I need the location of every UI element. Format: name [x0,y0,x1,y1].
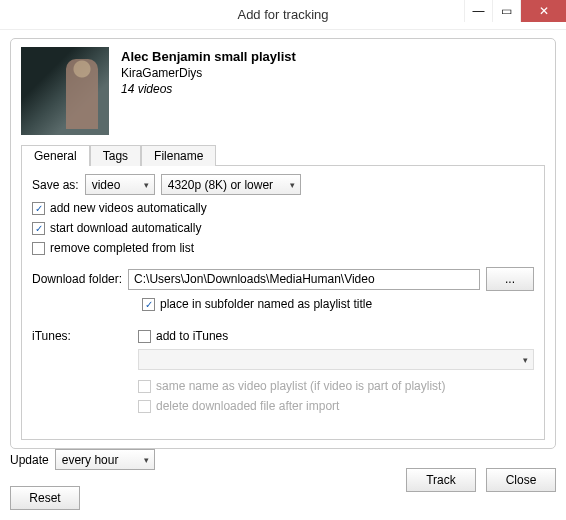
place-subfolder-label: place in subfolder named as playlist tit… [160,297,372,311]
tabs: General Tags Filename [21,145,545,166]
playlist-thumbnail [21,47,109,135]
delete-after-checkbox [138,400,151,413]
playlist-header: Alec Benjamin small playlist KiraGamerDi… [21,47,545,135]
start-download-label: start download automatically [50,221,201,235]
playlist-title: Alec Benjamin small playlist [121,49,296,64]
tab-general[interactable]: General [21,145,90,166]
download-folder-label: Download folder: [32,272,122,286]
start-download-checkbox[interactable]: ✓ [32,222,45,235]
place-subfolder-checkbox[interactable]: ✓ [142,298,155,311]
add-itunes-label: add to iTunes [156,329,228,343]
close-button[interactable]: ✕ [520,0,566,22]
playlist-video-count: 14 videos [121,82,296,96]
window-title: Add for tracking [237,7,328,22]
titlebar: Add for tracking — ▭ ✕ [0,0,566,30]
update-interval-select[interactable]: every hour [55,449,155,470]
minimize-button[interactable]: — [464,0,492,22]
same-name-checkbox [138,380,151,393]
delete-after-label: delete downloaded file after import [156,399,339,413]
tab-filename[interactable]: Filename [141,145,216,166]
main-panel: Alec Benjamin small playlist KiraGamerDi… [10,38,556,449]
download-folder-input[interactable] [128,269,480,290]
tab-content-general: Save as: video 4320p (8K) or lower ✓ add… [21,165,545,440]
itunes-playlist-select [138,349,534,370]
track-button[interactable]: Track [406,468,476,492]
playlist-author: KiraGamerDiys [121,66,296,80]
remove-completed-label: remove completed from list [50,241,194,255]
remove-completed-checkbox[interactable] [32,242,45,255]
browse-button[interactable]: ... [486,267,534,291]
reset-button[interactable]: Reset [10,486,80,510]
maximize-button[interactable]: ▭ [492,0,520,22]
playlist-info: Alec Benjamin small playlist KiraGamerDi… [121,47,296,135]
tab-tags[interactable]: Tags [90,145,141,166]
window-controls: — ▭ ✕ [464,0,566,22]
footer-bar: Update every hour Reset Track Close [10,449,556,510]
close-dialog-button[interactable]: Close [486,468,556,492]
itunes-label: iTunes: [32,329,132,343]
same-name-label: same name as video playlist (if video is… [156,379,445,393]
format-select[interactable]: video [85,174,155,195]
add-new-checkbox[interactable]: ✓ [32,202,45,215]
quality-select[interactable]: 4320p (8K) or lower [161,174,301,195]
update-label: Update [10,453,49,467]
save-as-label: Save as: [32,178,79,192]
add-itunes-checkbox[interactable] [138,330,151,343]
add-new-label: add new videos automatically [50,201,207,215]
